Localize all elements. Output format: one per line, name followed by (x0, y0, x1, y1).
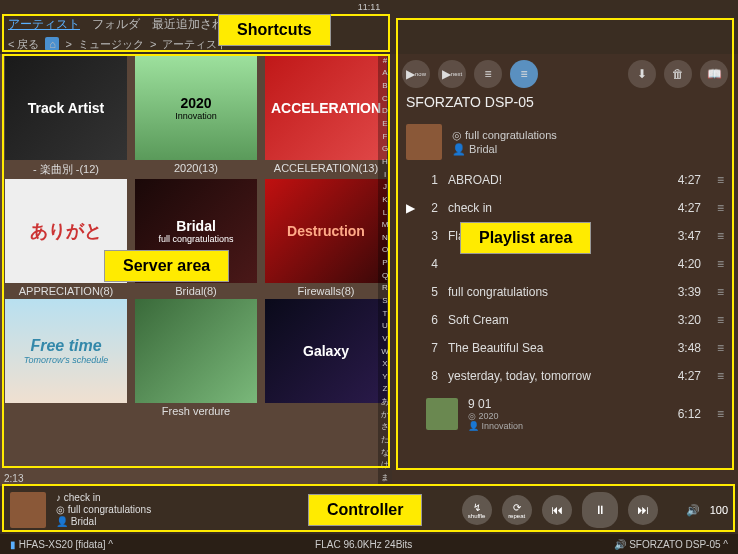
track-duration: 3:20 (678, 313, 701, 327)
hamburger-icon[interactable]: ≡ (717, 201, 724, 215)
alpha-letter[interactable]: J (378, 180, 392, 193)
alpha-letter[interactable]: さ (378, 421, 392, 434)
alpha-letter[interactable]: T (378, 307, 392, 320)
now-playing[interactable]: ◎ full congratulations 👤 Bridal (392, 118, 738, 166)
alpha-letter[interactable]: F (378, 130, 392, 143)
queue-button[interactable]: ≡ (474, 60, 502, 88)
album-item[interactable]: DestructionFirewalls(8) (262, 179, 390, 297)
hamburger-icon[interactable]: ≡ (717, 173, 724, 187)
tab-artist[interactable]: アーティスト (8, 16, 80, 33)
hamburger-icon[interactable]: ≡ (717, 285, 724, 299)
track-row[interactable]: 6Soft Cream3:20≡ (392, 306, 738, 334)
alpha-letter[interactable]: B (378, 79, 392, 92)
home-icon[interactable]: ⌂ (45, 37, 59, 51)
track-row[interactable]: 9 01◎ 2020👤 Innovation6:12≡ (392, 390, 738, 438)
track-row[interactable]: 8yesterday, today, tomorrow4:27≡ (392, 362, 738, 390)
track-name: The Beautiful Sea (448, 341, 668, 355)
alpha-letter[interactable]: G (378, 142, 392, 155)
ctrl-track: check in (64, 492, 101, 503)
album-title: APPRECIATION(8) (19, 285, 114, 297)
album-item[interactable]: Free timeTomorrow's schedule (2, 299, 130, 417)
alpha-letter[interactable]: E (378, 117, 392, 130)
hamburger-icon[interactable]: ≡ (717, 313, 724, 327)
book-icon[interactable]: 📖 (700, 60, 728, 88)
track-row[interactable]: 44:20≡ (392, 250, 738, 278)
alpha-letter[interactable]: A (378, 67, 392, 80)
pause-button[interactable]: ⏸ (582, 492, 618, 528)
shuffle-button[interactable]: ↯shuffle (462, 495, 492, 525)
alpha-letter[interactable]: X (378, 357, 392, 370)
track-name: ABROAD! (448, 173, 668, 187)
alpha-letter[interactable]: か (378, 408, 392, 421)
alpha-letter[interactable]: U (378, 319, 392, 332)
alpha-letter[interactable]: は (378, 459, 392, 472)
alpha-letter[interactable]: ま (378, 471, 392, 484)
breadcrumb-music[interactable]: ミュージック (78, 37, 144, 52)
album-item[interactable]: Fresh verdure (132, 299, 260, 417)
alpha-letter[interactable]: C (378, 92, 392, 105)
alpha-letter[interactable]: N (378, 231, 392, 244)
alpha-letter[interactable]: P (378, 256, 392, 269)
track-row[interactable]: ▶2check in4:27≡ (392, 194, 738, 222)
alpha-letter[interactable]: L (378, 206, 392, 219)
alpha-letter[interactable]: W (378, 345, 392, 358)
track-name: yesterday, today, tomorrow (448, 369, 668, 383)
play-next-button[interactable]: ▶next (438, 60, 466, 88)
hamburger-icon[interactable]: ≡ (717, 369, 724, 383)
hamburger-icon[interactable]: ≡ (717, 407, 724, 421)
alpha-letter[interactable]: R (378, 282, 392, 295)
album-item[interactable]: 2020Innovation2020(13) (132, 56, 260, 177)
next-button[interactable]: ⏭ (628, 495, 658, 525)
speaker-icon[interactable]: 🔊 (686, 504, 700, 517)
hamburger-icon[interactable]: ≡ (717, 229, 724, 243)
album-item[interactable]: ACCELERATIONACCELERATION(13) (262, 56, 390, 177)
controller-art[interactable] (10, 492, 46, 528)
server-name[interactable]: HFAS-XS20 [fidata] (19, 539, 106, 550)
tab-folder[interactable]: フォルダ (92, 16, 140, 33)
alpha-letter[interactable]: I (378, 168, 392, 181)
alpha-letter[interactable]: D (378, 105, 392, 118)
track-number: 5 (426, 285, 438, 299)
album-item[interactable]: Track Artist- 楽曲別 -(12) (2, 56, 130, 177)
playlist-toolbar: ▶now ▶next ≡ ≡ ⬇ 🗑 📖 (392, 54, 738, 94)
alpha-index[interactable]: #ABCDEFGHIJKLMNOPQRSTUVWXYZあかさたなはま (378, 54, 392, 484)
elapsed-time: 2:13 (4, 473, 23, 484)
breadcrumb-sep: > (65, 38, 71, 50)
album-title: Firewalls(8) (298, 285, 355, 297)
alpha-letter[interactable]: S (378, 294, 392, 307)
alpha-letter[interactable]: Y (378, 370, 392, 383)
chevron-up-icon[interactable]: ^ (108, 539, 113, 550)
alpha-letter[interactable]: O (378, 244, 392, 257)
alpha-letter[interactable]: K (378, 193, 392, 206)
track-row[interactable]: 7The Beautiful Sea3:48≡ (392, 334, 738, 362)
prev-button[interactable]: ⏮ (542, 495, 572, 525)
alpha-letter[interactable]: H (378, 155, 392, 168)
renderer-name[interactable]: SFORZATO DSP-05 (629, 539, 720, 550)
alpha-letter[interactable]: M (378, 218, 392, 231)
callout-server: Server area (104, 250, 229, 282)
track-art (426, 398, 458, 430)
album-cover: Destruction (265, 179, 387, 283)
alpha-letter[interactable]: あ (378, 395, 392, 408)
hamburger-icon[interactable]: ≡ (717, 341, 724, 355)
alpha-letter[interactable]: Q (378, 269, 392, 282)
chevron-up-icon[interactable]: ^ (723, 539, 728, 550)
track-row[interactable]: 5full congratulations3:39≡ (392, 278, 738, 306)
play-now-button[interactable]: ▶now (402, 60, 430, 88)
album-cover: Galaxy (265, 299, 387, 403)
alpha-letter[interactable]: な (378, 446, 392, 459)
album-title: - 楽曲別 -(12) (33, 162, 99, 177)
list-button[interactable]: ≡ (510, 60, 538, 88)
alpha-letter[interactable]: Z (378, 383, 392, 396)
alpha-letter[interactable]: V (378, 332, 392, 345)
alpha-letter[interactable]: # (378, 54, 392, 67)
back-button[interactable]: < 戻る (8, 37, 39, 52)
save-button[interactable]: ⬇ (628, 60, 656, 88)
delete-button[interactable]: 🗑 (664, 60, 692, 88)
alpha-letter[interactable]: た (378, 433, 392, 446)
repeat-button[interactable]: ⟳repeat (502, 495, 532, 525)
album-item[interactable]: Galaxy (262, 299, 390, 417)
track-number: 4 (426, 257, 438, 271)
hamburger-icon[interactable]: ≡ (717, 257, 724, 271)
track-row[interactable]: 1ABROAD!4:27≡ (392, 166, 738, 194)
